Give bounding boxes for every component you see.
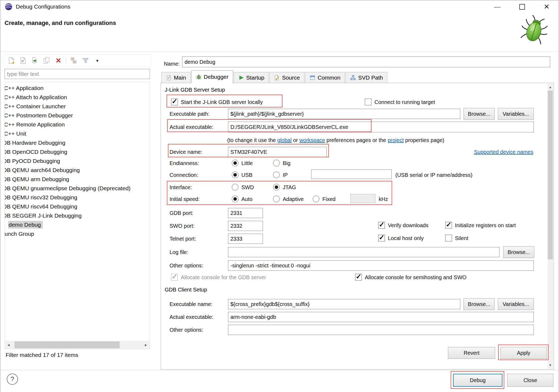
new-configuration-button[interactable] [6,55,16,66]
tree-horizontal-scrollbar[interactable]: ◄ ► [5,341,150,349]
speed-fixed-radio[interactable] [313,196,319,202]
export-configuration-button[interactable] [30,55,40,66]
speed-auto-label[interactable]: Auto [241,195,252,204]
close-window-button[interactable]: ✕ [538,1,555,13]
endianness-big-label[interactable]: Big [283,159,290,168]
initialize-registers-checkbox[interactable] [445,222,452,229]
speed-auto-radio[interactable] [232,196,238,202]
tree-item-qemu-aarch64[interactable]: GDB QEMU aarch64 Debugging [5,166,150,175]
browse-client-button[interactable]: Browse... [464,298,495,310]
tree-item-gdb-hardware[interactable]: GDB Hardware Debugging [5,138,150,147]
tree-item-qemu-riscv32[interactable]: GDB QEMU riscv32 Debugging [5,193,150,202]
browse-log-button[interactable]: Browse... [503,246,534,258]
tree-item-qemu-riscv64[interactable]: GDB QEMU riscv64 Debugging [5,202,150,211]
vertical-scroll-thumb[interactable] [548,91,553,259]
content-vertical-scrollbar[interactable]: ▲ ▼ [547,84,553,369]
project-link[interactable]: project [388,137,404,143]
scroll-up-arrow[interactable]: ▲ [547,84,553,91]
connection-ip-label[interactable]: IP [283,170,288,180]
tree-item-segger-jlink[interactable]: GDB SEGGER J-Link Debugging [5,211,150,220]
swo-port-input[interactable] [228,221,263,231]
interface-jtag-label[interactable]: JTAG [283,183,296,192]
tab-svd-path[interactable]: SVD Path [345,72,387,83]
tab-main[interactable]: Main [161,72,191,83]
connection-ip-radio[interactable] [273,171,280,178]
help-button[interactable]: ? [7,374,18,385]
silent-label[interactable]: Silent [455,234,468,243]
allocate-console-swo-checkbox[interactable] [355,274,362,281]
actual-executable-field[interactable] [228,122,534,132]
filter-input[interactable] [5,69,150,79]
tree-item-cpp-application[interactable]: C/C++ Application [5,84,150,93]
tree-item-demo-debug[interactable]: demo Debug [5,220,150,229]
interface-jtag-radio[interactable] [273,184,280,191]
local-host-only-checkbox[interactable] [378,235,385,241]
toolbar-menu-button[interactable]: ▼ [93,55,102,66]
tree-item-cpp-container[interactable]: C/C++ Container Launcher [5,102,150,111]
log-file-input[interactable] [228,247,499,257]
tab-startup[interactable]: Startup [234,72,269,83]
telnet-port-input[interactable] [228,234,263,244]
connection-address-input[interactable] [311,169,392,179]
browse-server-button[interactable]: Browse... [464,108,495,120]
interface-swd-label[interactable]: SWD [241,183,254,192]
new-prototype-button[interactable]: P [18,55,28,66]
scroll-thumb[interactable] [14,341,120,348]
scroll-down-arrow[interactable]: ▼ [547,362,553,369]
connect-running-label[interactable]: Connect to running target [374,98,435,107]
delete-button[interactable]: ✕ [54,55,63,66]
speed-adaptive-radio[interactable] [273,196,280,202]
tree-item-cpp-postmortem[interactable]: C/C++ Postmortem Debugger [5,111,150,120]
speed-adaptive-label[interactable]: Adaptive [283,195,304,204]
tree-item-cpp-remote[interactable]: C/C++ Remote Application [5,120,150,129]
speed-fixed-label[interactable]: Fixed [322,195,336,204]
connection-usb-radio[interactable] [232,171,238,178]
gdb-port-input[interactable] [228,208,263,218]
revert-button[interactable]: Revert [448,347,495,359]
initialize-registers-label[interactable]: Initialize registers on start [455,221,516,230]
scroll-left-arrow[interactable]: ◄ [5,343,12,347]
tree-item-launch-group[interactable]: Launch Group [5,229,150,238]
interface-swd-radio[interactable] [232,184,238,191]
endianness-big-radio[interactable] [273,160,280,166]
collapse-all-button[interactable] [69,55,79,66]
close-button[interactable]: Close [507,374,553,387]
apply-button[interactable]: Apply [501,347,547,359]
start-gdb-server-label[interactable]: Start the J-Link GDB server locally [181,98,263,107]
tree-item-cpp-attach[interactable]: C/C++ Attach to Application [5,93,150,102]
client-actual-executable-field[interactable] [228,312,534,322]
allocate-console-swo-label[interactable]: Allocate console for semihosting and SWO [365,273,466,282]
local-host-only-label[interactable]: Local host only [388,234,424,243]
tree-item-qemu-arm[interactable]: GDB QEMU arm Debugging [5,175,150,184]
tree-item-cpp-unit[interactable]: C/C++ Unit [5,129,150,138]
device-name-input[interactable] [228,147,327,157]
debug-button[interactable]: Debug [453,374,502,387]
start-gdb-server-checkbox[interactable] [171,99,178,105]
endianness-little-radio[interactable] [232,160,238,166]
minimize-button[interactable]: — [489,1,506,13]
variables-server-button[interactable]: Variables... [498,108,534,120]
server-other-options-input[interactable] [228,260,534,271]
maximize-button[interactable] [514,1,530,13]
silent-checkbox[interactable] [445,235,452,241]
verify-downloads-checkbox[interactable] [378,222,385,229]
supported-device-names-link[interactable]: Supported device names [474,147,533,156]
tab-common[interactable]: Common [305,72,345,83]
workspace-link[interactable]: workspace [299,137,325,143]
executable-path-input[interactable] [228,109,460,119]
client-other-options-input[interactable] [228,325,534,335]
global-link[interactable]: global [277,137,292,143]
verify-downloads-label[interactable]: Verify downloads [388,221,428,230]
variables-client-button[interactable]: Variables... [498,298,534,310]
endianness-little-label[interactable]: Little [241,159,253,168]
connection-usb-label[interactable]: USB [241,170,252,180]
tree-item-qemu-gnuarmeclipse[interactable]: GDB QEMU gnuarmeclipse Debugging (Deprec… [5,184,150,193]
scroll-right-arrow[interactable]: ► [142,343,150,347]
executable-name-input[interactable] [228,299,460,309]
connect-running-checkbox[interactable] [365,99,372,105]
tab-source[interactable]: Source [269,72,304,83]
scroll-track[interactable] [12,341,142,349]
name-input[interactable] [182,57,550,67]
duplicate-button[interactable] [42,55,52,66]
filter-button[interactable] [81,55,90,66]
